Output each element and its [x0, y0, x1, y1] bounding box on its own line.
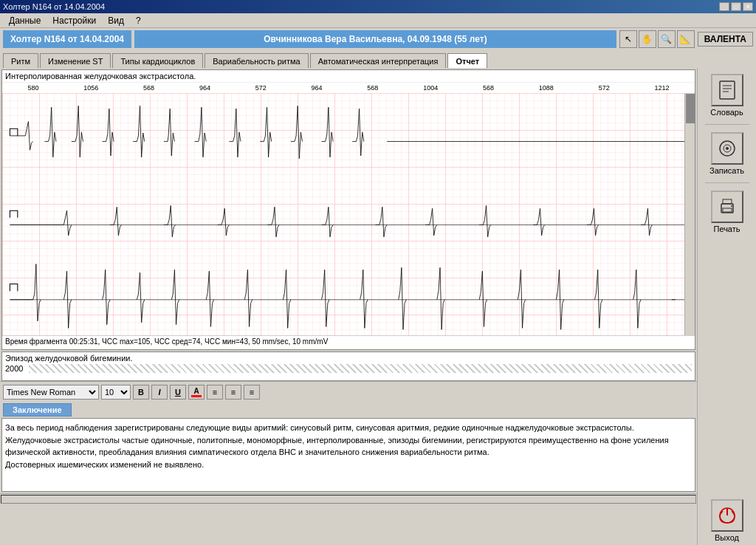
window-controls: _ □ ✕ [719, 2, 753, 11]
ecg-vertical-scrollbar[interactable] [684, 93, 695, 335]
separator-1 [705, 124, 749, 125]
menu-help[interactable]: ? [130, 14, 147, 27]
close-button[interactable]: ✕ [743, 2, 753, 11]
holter-title: Холтер N164 от 14.04.2004 [3, 30, 131, 48]
search-tool[interactable]: 🔍 [658, 30, 676, 48]
exit-icon [711, 499, 743, 532]
hscroll-track[interactable] [1, 495, 696, 504]
separator-2 [705, 182, 749, 183]
tab-rhythm[interactable]: Ритм [3, 53, 38, 68]
conclusion-text[interactable]: За весь период наблюдения зарегистрирова… [1, 418, 695, 492]
conclusion-tab[interactable]: Заключение [3, 403, 72, 417]
menu-bar: Данные Настройки Вид ? [0, 13, 756, 28]
ecg-title: Интерполированная желудочковая экстрасис… [2, 70, 695, 83]
pechat-icon [711, 191, 743, 223]
bold-button[interactable]: B [133, 385, 149, 400]
svg-point-6 [726, 147, 729, 150]
main-content: Интерполированная желудочковая экстрасис… [0, 68, 756, 545]
menu-view[interactable]: Вид [102, 14, 130, 27]
align-right-button[interactable]: ≡ [244, 385, 260, 400]
svg-point-10 [731, 205, 732, 207]
slovar-label: Словарь [710, 108, 743, 117]
tabs-bar: Ритм Изменение ST Типы кардиоциклов Вари… [0, 50, 756, 68]
underline-button[interactable]: U [170, 385, 186, 400]
header-tools: ↖ ✋ 🔍 📐 [619, 30, 695, 48]
ecg-status: Время фрагмента 00:25:31, ЧСС max=105, Ч… [2, 335, 695, 347]
ruler-tool[interactable]: 📐 [677, 30, 695, 48]
zapisat-label: Записать [709, 166, 744, 175]
header-bar: Холтер N164 от 14.04.2004 Овчинникова Ве… [0, 28, 756, 50]
svg-rect-0 [720, 81, 735, 99]
maximize-button[interactable]: □ [731, 2, 741, 11]
ecg-container: Интерполированная желудочковая экстрасис… [1, 69, 695, 350]
episode-number: 2000 [5, 364, 23, 373]
tab-variability[interactable]: Вариабельность ритма [205, 53, 308, 68]
zapisat-icon [711, 132, 743, 165]
title-bar: Холтер N164 от 14.04.2004 _ □ ✕ [0, 0, 756, 13]
scrollbar-thumb[interactable] [686, 94, 695, 123]
zapisat-button[interactable]: Записать [702, 129, 752, 178]
slovar-button[interactable]: Словарь [702, 71, 752, 120]
menu-settings[interactable]: Настройки [47, 14, 102, 27]
font-name-select[interactable]: Times New Roman [3, 385, 99, 400]
tab-auto[interactable]: Автоматическая интерпретация [310, 53, 447, 68]
exit-label: Выход [715, 533, 739, 542]
pointer-tool[interactable]: ↖ [619, 30, 637, 48]
tab-report[interactable]: Отчет [447, 53, 487, 68]
tab-st[interactable]: Изменение ST [40, 53, 111, 68]
hand-tool[interactable]: ✋ [639, 30, 656, 48]
conclusion-body: За весь период наблюдения зарегистрирова… [5, 422, 692, 470]
left-panel: Интерполированная желудочковая экстрасис… [0, 68, 697, 545]
text-toolbar: Times New Roman 10 B I U A ≡ ≡ ≡ [0, 381, 697, 402]
lower-section: Эпизод желудочковой бигеминии. 2000 [1, 352, 695, 381]
conclusion-header: Заключение [0, 402, 697, 418]
ecg-waveform [2, 93, 695, 335]
svg-rect-8 [723, 199, 732, 204]
slovar-icon [711, 74, 743, 106]
minimize-button[interactable]: _ [719, 2, 729, 11]
italic-button[interactable]: I [151, 385, 168, 400]
exit-button[interactable]: Выход [702, 499, 752, 542]
font-size-select[interactable]: 10 [101, 385, 131, 400]
tab-cardio[interactable]: Типы кардиоциклов [112, 53, 203, 68]
pechat-label: Печать [713, 224, 740, 233]
valenta-button[interactable]: ВАЛЕНТА [698, 32, 753, 47]
pechat-button[interactable]: Печать [702, 188, 752, 236]
episode-title: Эпизод желудочковой бигеминии. [5, 354, 692, 363]
svg-rect-9 [723, 208, 732, 212]
align-center-button[interactable]: ≡ [225, 385, 241, 400]
window-title: Холтер N164 от 14.04.2004 [3, 2, 719, 11]
horizontal-scrollbar[interactable] [0, 493, 697, 504]
menu-data[interactable]: Данные [3, 14, 47, 27]
font-color-button[interactable]: A [188, 385, 205, 400]
patient-info: Овчинникова Вера Васильевна, 04.09.1948 … [134, 30, 616, 48]
ecg-grid [2, 93, 695, 335]
right-panel: Словарь Записать [697, 68, 756, 545]
align-left-button[interactable]: ≡ [207, 385, 223, 400]
